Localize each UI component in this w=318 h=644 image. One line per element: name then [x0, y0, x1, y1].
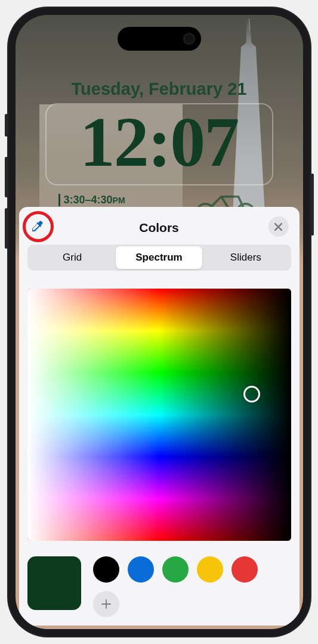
swatches-row — [27, 556, 291, 617]
tab-spectrum[interactable]: Spectrum — [116, 246, 202, 269]
lockscreen-subline: 3:30–4:30PM — [58, 194, 125, 206]
current-color-swatch[interactable] — [27, 556, 81, 610]
preset-color-2[interactable] — [162, 556, 189, 583]
preset-color-0[interactable] — [93, 556, 119, 583]
close-button[interactable] — [268, 216, 289, 237]
preset-colors — [88, 556, 291, 617]
dynamic-island — [118, 27, 201, 51]
volume-up — [5, 157, 8, 197]
lockscreen-time: 12:07 — [47, 109, 272, 176]
lockscreen-time-widget[interactable]: 12:07 — [45, 103, 273, 185]
silent-switch — [5, 114, 8, 137]
sheet-title: Colors — [139, 221, 179, 235]
volume-down — [5, 208, 8, 249]
sheet-header: Colors — [27, 215, 291, 241]
preset-color-4[interactable] — [231, 556, 258, 583]
spectrum-picker[interactable] — [27, 289, 291, 541]
preset-color-1[interactable] — [128, 556, 154, 583]
spectrum-cursor[interactable] — [243, 386, 260, 402]
add-preset-button[interactable] — [93, 591, 119, 617]
tab-sliders[interactable]: Sliders — [202, 246, 289, 269]
screen: Tuesday, February 21 12:07 3:30–4:30PM C… — [16, 15, 303, 629]
color-picker-sheet: Colors Grid Spectrum Sliders — [19, 207, 300, 626]
lockscreen-date: Tuesday, February 21 — [16, 79, 303, 99]
eyedropper-button[interactable] — [29, 218, 45, 234]
view-mode-segmented: Grid Spectrum Sliders — [27, 244, 291, 271]
tab-grid[interactable]: Grid — [29, 246, 116, 269]
subline-ampm: PM — [113, 196, 125, 205]
side-button — [311, 174, 314, 236]
preset-color-3[interactable] — [197, 556, 223, 583]
phone-frame: Tuesday, February 21 12:07 3:30–4:30PM C… — [7, 7, 311, 637]
spectrum-black-layer — [27, 289, 291, 541]
subline-time: 3:30–4:30 — [64, 194, 113, 206]
